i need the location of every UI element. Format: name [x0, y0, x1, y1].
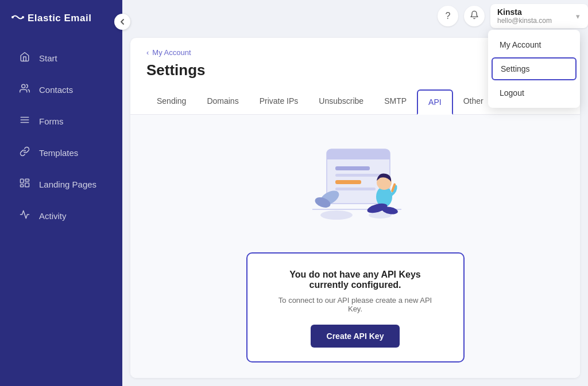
api-key-title: You do not have any API Keys currently c… — [276, 270, 435, 290]
sidebar-nav: Start Contacts Forms — [0, 42, 122, 386]
header-actions: ? Kinsta hello@kinsta.com ▾ — [438, 4, 588, 28]
templates-icon — [18, 146, 31, 159]
sidebar-item-landing-pages-label: Landing Pages — [39, 180, 96, 189]
breadcrumb-chevron-icon: ‹ — [146, 48, 149, 57]
chevron-down-icon: ▾ — [576, 12, 580, 21]
svg-rect-9 — [21, 185, 24, 187]
api-tab-content: You do not have any API Keys currently c… — [130, 115, 580, 378]
svg-rect-6 — [21, 179, 24, 183]
bell-icon — [470, 10, 479, 22]
sidebar-item-start-label: Start — [39, 53, 57, 63]
home-icon — [18, 52, 31, 65]
sidebar-item-start[interactable]: Start — [5, 44, 118, 73]
sidebar-item-templates-label: Templates — [39, 148, 78, 158]
sidebar: Elastic Email Start — [0, 0, 122, 386]
forms-icon — [18, 115, 31, 128]
svg-rect-14 — [335, 174, 381, 177]
user-name: Kinsta — [497, 7, 552, 17]
landing-pages-icon — [18, 178, 31, 191]
tab-private-ips[interactable]: Private IPs — [249, 89, 309, 115]
svg-point-0 — [11, 16, 14, 18]
user-dropdown-menu: My Account Settings Logout — [488, 30, 580, 108]
notifications-button[interactable] — [464, 6, 485, 26]
activity-icon — [18, 209, 31, 223]
dropdown-item-logout[interactable]: Logout — [488, 81, 580, 104]
help-icon: ? — [446, 11, 451, 21]
tab-sending[interactable]: Sending — [146, 89, 196, 115]
sidebar-item-contacts-label: Contacts — [39, 85, 73, 95]
user-menu-trigger[interactable]: Kinsta hello@kinsta.com ▾ — [490, 4, 588, 28]
dropdown-item-settings[interactable]: Settings — [492, 57, 577, 80]
sidebar-item-activity[interactable]: Activity — [5, 201, 118, 231]
svg-rect-7 — [25, 179, 29, 181]
svg-rect-12 — [327, 155, 390, 159]
header: ? Kinsta hello@kinsta.com ▾ My — [122, 0, 588, 32]
svg-point-20 — [320, 210, 353, 220]
sidebar-logo: Elastic Email — [0, 0, 122, 37]
sidebar-item-landing-pages[interactable]: Landing Pages — [5, 170, 118, 199]
tab-api[interactable]: API — [417, 89, 453, 115]
sidebar-item-forms-label: Forms — [39, 116, 64, 126]
help-button[interactable]: ? — [438, 6, 458, 26]
sidebar-item-forms[interactable]: Forms — [5, 107, 118, 136]
dropdown-item-my-account[interactable]: My Account — [488, 33, 580, 56]
user-email: hello@kinsta.com — [497, 17, 552, 25]
create-api-key-button[interactable]: Create API Key — [311, 325, 400, 348]
contacts-icon — [18, 83, 31, 96]
svg-rect-15 — [335, 180, 361, 184]
api-illustration — [292, 132, 419, 235]
api-key-description: To connect to our API please create a ne… — [276, 296, 435, 313]
svg-point-2 — [22, 84, 25, 88]
svg-rect-8 — [25, 183, 29, 187]
svg-rect-16 — [335, 188, 376, 190]
breadcrumb-label: My Account — [152, 48, 191, 57]
tab-domains[interactable]: Domains — [196, 89, 249, 115]
sidebar-item-templates[interactable]: Templates — [5, 138, 118, 167]
api-key-box: You do not have any API Keys currently c… — [246, 252, 465, 362]
svg-point-1 — [22, 16, 24, 18]
logo-icon — [11, 13, 24, 24]
sidebar-item-contacts[interactable]: Contacts — [5, 75, 118, 104]
svg-rect-13 — [335, 166, 370, 170]
tab-smtp[interactable]: SMTP — [374, 89, 417, 115]
main-area: ? Kinsta hello@kinsta.com ▾ My — [122, 0, 588, 386]
sidebar-collapse-button[interactable] — [114, 14, 130, 30]
tab-other[interactable]: Other — [453, 89, 494, 115]
tab-unsubscribe[interactable]: Unsubscribe — [308, 89, 374, 115]
sidebar-item-activity-label: Activity — [39, 211, 67, 221]
